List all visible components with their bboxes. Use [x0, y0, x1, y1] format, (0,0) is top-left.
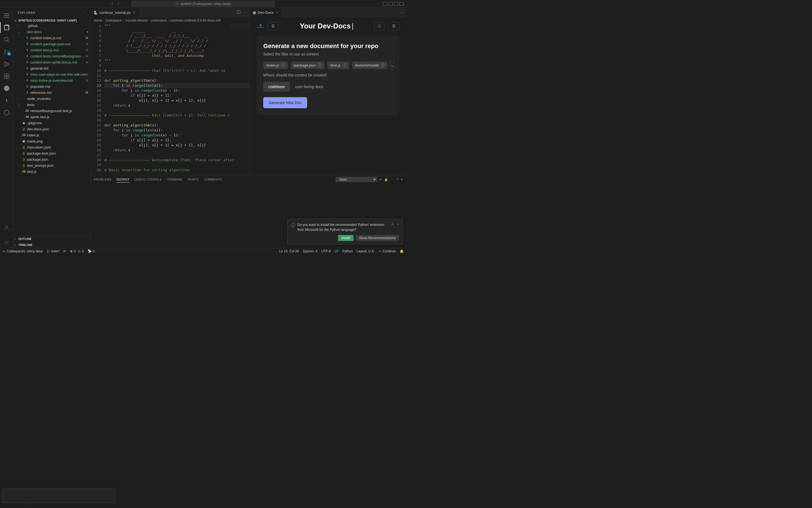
indentation-indicator[interactable]: Spaces: 4	[303, 249, 317, 253]
panel-tab-problems[interactable]: PROBLEMS	[94, 177, 112, 182]
tree-item-populate-md[interactable]: ⬇populate.md	[13, 83, 90, 89]
source-control-icon[interactable]: 8	[0, 46, 13, 57]
extensions-icon[interactable]	[0, 71, 13, 82]
notification-gear-icon[interactable]	[391, 222, 395, 227]
chip-remove-icon[interactable]: ×	[318, 63, 322, 67]
outline-section[interactable]: ›OUTLINE	[13, 236, 90, 242]
install-button[interactable]: Install	[338, 235, 353, 241]
tree-item-sprite-test-js[interactable]: JSsprite.test.js	[13, 114, 90, 120]
toggle-primary-sidebar-icon[interactable]	[383, 2, 387, 6]
breadcrumb-seg[interactable]: .vscode-remote	[125, 18, 148, 23]
tree-item-mask-png[interactable]: ▣mask.png	[13, 138, 90, 144]
search-icon[interactable]	[0, 34, 13, 45]
tree-item-removeBackground-test-js[interactable]: JSremoveBackground.test.js	[13, 108, 90, 114]
output-channel-select[interactable]: Tasks	[335, 177, 377, 182]
context-chip[interactable]: /test.js×	[327, 61, 350, 69]
close-tab-icon[interactable]: ×	[132, 11, 136, 15]
language-mode[interactable]: Python	[342, 249, 353, 253]
tree-item-reference-md[interactable]: ⬇reference.mdM	[13, 89, 90, 95]
tree-item-dev-docs[interactable]: ⌄dev-docs●	[13, 29, 90, 35]
panel-tab-terminal[interactable]: TERMINAL	[167, 177, 183, 182]
menu-icon[interactable]	[0, 10, 13, 21]
continue-icon[interactable]	[0, 107, 13, 118]
devdocs-list-button[interactable]: ☰	[388, 22, 399, 30]
tree-item-misc-cool-ways-to-use-this-sdk-md[interactable]: ⬇misc-cool-ways-to-use-this-sdk.mdU	[13, 71, 90, 77]
panel-close-icon[interactable]: ×	[401, 178, 403, 181]
editor-tab-continue-tutorial[interactable]: 🐍 continue_tutorial.py ×	[91, 8, 139, 17]
github-icon[interactable]	[0, 83, 13, 94]
remote-indicator[interactable]: Codespaces: shiny lamp	[2, 249, 43, 253]
panel-lock-icon[interactable]: 🔒	[384, 178, 388, 181]
workspace-section-title[interactable]: ⌄SPRITEAI [CODESPACES: SHINY LAMP]	[13, 18, 90, 23]
panel-filter-icon[interactable]: ≡	[380, 178, 381, 181]
tree-item-package-json[interactable]: {}package.json	[13, 156, 90, 162]
panel-tab-ports[interactable]: PORTS	[188, 177, 199, 182]
devdocs-menu-button[interactable]: ☰	[268, 22, 279, 30]
editor-more-icon[interactable]: ⋯	[243, 10, 247, 15]
continue-status[interactable]: ✓ Continue	[379, 249, 396, 253]
breadcrumb-seg[interactable]: continue.continue-0.8.55-linux-x64	[170, 18, 221, 23]
panel-maximize-icon[interactable]: ^	[397, 178, 398, 181]
tree-item-context-test-js-md[interactable]: ⬇context-test.js.mdU	[13, 47, 90, 53]
tree-item-context-index-js-md[interactable]: ⬇context-index.js.mdM	[13, 35, 90, 41]
panel-tab-comments[interactable]: COMMENTS	[204, 177, 222, 182]
breadcrumb-seg[interactable]: home	[94, 18, 102, 23]
chip-dropdown[interactable]: ⌄	[390, 61, 394, 70]
context-chip[interactable]: /index.js×	[263, 61, 288, 69]
tree-item--gitignore[interactable]: ◆.gitignore	[13, 120, 90, 126]
tree-item-context-tests-sprite-test-js-md[interactable]: ⬇context-tests-sprite.test.js.mdU	[13, 59, 90, 65]
tree-item-dev-docs-json[interactable]: {}dev-docs.json	[13, 126, 90, 132]
breadcrumb-seg[interactable]: extensions	[151, 18, 167, 23]
devdocs-more-icon[interactable]: ⋯	[400, 10, 403, 15]
tree-item-misc-index-js-overview-md[interactable]: ⬇misc-index-js-overview.mdU	[13, 77, 90, 83]
tree-item-test_prompt-json[interactable]: {}test_prompt.json	[13, 162, 90, 168]
breadcrumb[interactable]: home›codespace›.vscode-remote›extensions…	[91, 17, 250, 24]
code-editor[interactable]: 1234567891011121314151617181920212223242…	[91, 24, 250, 175]
sync-indicator[interactable]: ⟳	[63, 249, 66, 253]
devdocs-search-button[interactable]	[374, 22, 385, 30]
toggle-user-facing-docs[interactable]: user-facing docs	[290, 82, 328, 92]
notifications-bell-icon[interactable]: 🔔	[400, 249, 404, 253]
toggle-codebase[interactable]: codebase	[263, 82, 290, 92]
ports-indicator[interactable]: 📡 0	[88, 249, 95, 253]
tree-item--github[interactable]: ›.github	[13, 23, 90, 29]
chip-remove-icon[interactable]: ×	[343, 63, 347, 67]
tree-item-tests[interactable]: ⌄tests	[13, 101, 90, 108]
customize-layout-icon[interactable]	[399, 2, 404, 6]
nav-forward-icon[interactable]	[117, 1, 120, 6]
toggle-secondary-sidebar-icon[interactable]	[394, 2, 398, 6]
tree-item-mycustom-json[interactable]: {}mycustom.json	[13, 144, 90, 150]
notification-close-icon[interactable]: ×	[397, 222, 399, 227]
tree-item-node_modules[interactable]: ›node_modules	[13, 95, 90, 101]
context-chip[interactable]: /tests/removeB×	[352, 61, 388, 69]
split-editor-icon[interactable]	[237, 10, 241, 15]
chip-remove-icon[interactable]: ×	[281, 63, 285, 67]
devdocs-tab[interactable]: ▦ Dev-Docs ×	[250, 8, 282, 17]
tree-item-context-package-json-md[interactable]: ⬇context-package.json.mdU	[13, 41, 90, 47]
bookmark-icon[interactable]: ⬇	[0, 95, 13, 106]
show-recommendations-button[interactable]: Show Recommendations	[356, 235, 399, 241]
close-devdocs-tab-icon[interactable]: ×	[275, 11, 279, 15]
context-chip[interactable]: /package.json×	[291, 61, 325, 69]
settings-gear-icon[interactable]	[0, 237, 13, 248]
command-center-search[interactable]: spriteAI [Codespaces: shiny lamp]	[131, 1, 275, 7]
keyboard-layout[interactable]: Layout: U.S.	[357, 249, 375, 253]
accounts-icon[interactable]	[0, 222, 13, 234]
explorer-more-icon[interactable]: ⋯	[83, 11, 86, 14]
panel-tab-debug-console[interactable]: DEBUG CONSOLE	[134, 177, 162, 182]
tree-item-package-lock-json[interactable]: {}package-lock.json	[13, 150, 90, 156]
nav-back-icon[interactable]	[111, 1, 114, 6]
panel-more-icon[interactable]: ⋯	[391, 178, 394, 181]
tree-item-general-md[interactable]: ⬇general.md	[13, 65, 90, 71]
eol-indicator[interactable]: LF	[335, 249, 338, 253]
toggle-panel-icon[interactable]	[388, 2, 393, 6]
minimap[interactable]	[230, 24, 250, 56]
explorer-icon[interactable]	[0, 22, 13, 33]
problems-indicator[interactable]: ⊗ 0 ⚠ 0	[70, 249, 84, 253]
tree-item-index-js[interactable]: JSindex.js	[13, 132, 90, 138]
tree-item-context-tests-removeBackground-t-[interactable]: ⬇context-tests-removeBackground.t…U	[13, 53, 90, 59]
encoding-indicator[interactable]: UTF-8	[322, 249, 331, 253]
branch-indicator[interactable]: main*	[47, 249, 60, 253]
chip-remove-icon[interactable]: ×	[381, 63, 385, 67]
run-debug-icon[interactable]	[0, 58, 13, 70]
